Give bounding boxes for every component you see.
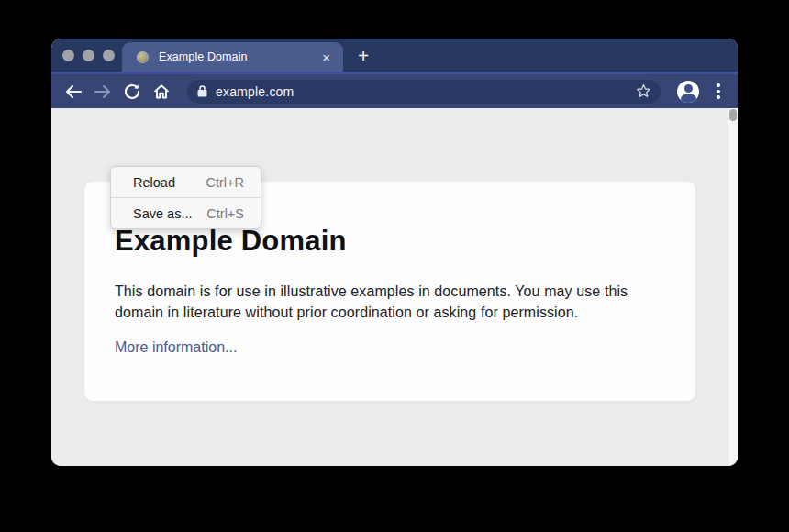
bookmark-star-button[interactable] xyxy=(636,83,651,99)
menu-item-label: Save as... xyxy=(133,206,192,221)
forward-icon xyxy=(94,84,112,99)
scrollbar[interactable] xyxy=(728,108,738,466)
scrollbar-thumb[interactable] xyxy=(729,109,737,121)
context-menu: Reload Ctrl+R Save as... Ctrl+S xyxy=(110,166,261,229)
more-information-link[interactable]: More information... xyxy=(115,338,237,358)
url-text[interactable]: example.com xyxy=(216,84,294,99)
address-bar[interactable]: example.com xyxy=(187,80,661,104)
zoom-window-button[interactable] xyxy=(103,50,115,61)
context-menu-item-reload[interactable]: Reload Ctrl+R xyxy=(111,167,261,197)
window-controls xyxy=(62,50,115,61)
browser-tab[interactable]: Example Domain × xyxy=(122,42,343,72)
close-window-button[interactable] xyxy=(62,50,74,61)
avatar-icon xyxy=(684,84,693,93)
lock-icon xyxy=(197,85,207,97)
page-paragraph: This domain is for use in illustrative e… xyxy=(115,281,651,323)
tab-title: Example Domain xyxy=(159,50,322,63)
reload-icon xyxy=(124,83,140,100)
minimize-window-button[interactable] xyxy=(83,50,94,61)
reload-button[interactable] xyxy=(117,79,147,105)
back-button[interactable] xyxy=(59,79,88,105)
new-tab-button[interactable]: + xyxy=(352,46,374,68)
menu-item-shortcut: Ctrl+R xyxy=(206,175,245,190)
tab-close-icon[interactable]: × xyxy=(322,50,330,64)
toolbar: example.com xyxy=(51,72,738,108)
page-content: Example Domain This domain is for use in… xyxy=(51,108,738,466)
menu-item-label: Reload xyxy=(133,175,175,190)
star-icon xyxy=(636,83,651,99)
browser-window: Example Domain × + xyxy=(51,39,738,466)
nav-buttons xyxy=(51,79,176,105)
context-menu-item-save-as[interactable]: Save as... Ctrl+S xyxy=(111,198,261,228)
browser-menu-button[interactable] xyxy=(708,81,728,103)
titlebar: Example Domain × + xyxy=(51,39,738,72)
globe-favicon-icon xyxy=(137,51,149,63)
home-button[interactable] xyxy=(147,79,176,105)
menu-item-shortcut: Ctrl+S xyxy=(206,206,244,221)
home-icon xyxy=(153,83,170,100)
forward-button[interactable] xyxy=(88,79,117,105)
profile-avatar-button[interactable] xyxy=(677,81,699,103)
back-icon xyxy=(64,84,83,99)
kebab-menu-icon xyxy=(717,83,720,87)
